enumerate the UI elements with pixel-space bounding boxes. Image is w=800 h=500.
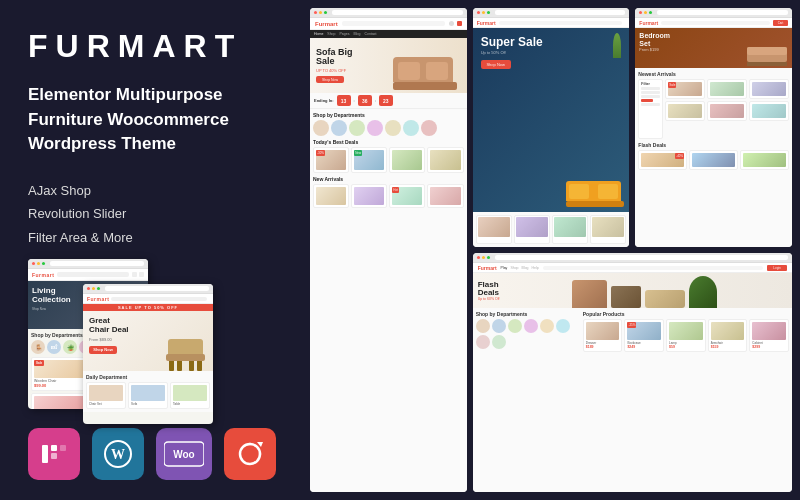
pp-img-5 <box>752 322 786 340</box>
nav-shop: Shop <box>327 32 335 36</box>
dept-section-title: Shop by Departments <box>313 112 464 118</box>
living-text: LivingCollection Shop Now <box>32 287 71 311</box>
dwc-2 <box>492 319 506 333</box>
dept-items <box>313 120 464 136</box>
chair-hero: GreatChair Deal From $89.00 Shop Now <box>83 311 213 371</box>
sale-product-strip <box>473 212 630 247</box>
super-sale-btn[interactable]: Shop Now <box>481 60 511 69</box>
shop-now-btn[interactable]: Shop Now <box>89 346 117 354</box>
mini-cart-icons <box>132 272 144 277</box>
dept-c2 <box>331 120 347 136</box>
dot-yellow-2 <box>92 287 95 290</box>
bd-badge-1: -30% <box>316 150 325 156</box>
svg-text:W: W <box>111 447 125 462</box>
fd-img-3 <box>743 153 786 167</box>
brand-title: FURMART <box>28 28 282 65</box>
svg-text:Woo: Woo <box>173 449 194 460</box>
cp-1: Chair Set <box>86 382 126 409</box>
na-4 <box>427 184 463 208</box>
dot-r-tr <box>639 11 642 14</box>
dept-c7 <box>421 120 437 136</box>
chair-product-grid: Chair Set Sofa Table <box>86 382 210 409</box>
browser-url <box>50 261 144 266</box>
chair-products: Daily Department Chair Set Sofa Table <box>83 371 213 412</box>
sofa-illustration <box>393 57 457 90</box>
prod-mini-3: Side Table $79.00 <box>31 393 87 409</box>
screenshot-super-sale: Furmart Super Sale Up to 50% Off Shop No… <box>473 8 630 247</box>
refresh-badge <box>224 428 276 480</box>
bd-badge-2: New <box>354 150 362 156</box>
sp-2 <box>514 215 550 244</box>
shop-logo: Furmart <box>315 21 338 27</box>
filter-bar-2 <box>641 91 660 94</box>
cp-img-3 <box>173 385 207 401</box>
mini-logo: Furmart <box>32 272 54 278</box>
sale-strip: SALE UP TO 50% OFF <box>83 304 213 311</box>
filter-bar-5 <box>641 103 660 106</box>
pp-price-2: $249 <box>627 345 661 349</box>
colon-1: : <box>354 98 355 103</box>
hero-btn-large[interactable]: Shop Now <box>316 76 344 83</box>
nav-bar: Home Shop Pages Blog Contact <box>310 30 467 38</box>
cp-img-1 <box>89 385 123 401</box>
dwc-1 <box>476 319 490 333</box>
living-sub: Shop Now <box>32 307 71 311</box>
browser-bar <box>28 259 148 269</box>
dwc-4 <box>524 319 538 333</box>
header-actions-bw: Login <box>767 265 787 271</box>
bd-img-4 <box>430 150 460 170</box>
woocommerce-badge: Woo <box>156 428 212 480</box>
hero-content: Sofa BigSale UP TO 40% OFF Shop Now <box>316 48 353 84</box>
days-box: 13 <box>337 95 351 106</box>
super-sale-text: Super Sale Up to 50% Off Shop Now <box>473 28 551 212</box>
browser-url-m <box>495 10 626 15</box>
fd-2 <box>689 150 738 170</box>
living-title: LivingCollection <box>32 287 71 305</box>
pl-4 <box>665 101 705 121</box>
dept-circle-3: 🪴 <box>63 340 77 354</box>
newest-title: Newest Arrivals <box>638 71 789 77</box>
sofa-cushion-l <box>398 62 420 80</box>
cp-img-2 <box>131 385 165 401</box>
shop-layout: Filter Sale <box>638 79 789 139</box>
dot-y-tr <box>644 11 647 14</box>
mini-icon <box>132 272 137 277</box>
sofa-yellow <box>566 181 624 207</box>
bd-4 <box>427 147 463 173</box>
prod-img-3 <box>34 396 84 409</box>
chair-deal-title: GreatChair Deal <box>89 317 149 335</box>
new-arrivals-grid: Hot <box>313 184 464 208</box>
wordpress-icon: W <box>102 438 134 470</box>
shop-sections: Shop by Departments Today's Best Deals -… <box>310 109 467 492</box>
na-2 <box>351 184 387 208</box>
pl-img-6 <box>752 104 786 118</box>
countdown-bar: Ending In: 13 : 36 : 23 <box>310 93 467 109</box>
cart-btn[interactable]: Cart <box>773 20 788 26</box>
plant-wide <box>689 276 717 308</box>
new-arrivals-title: New Arrivals <box>313 176 464 182</box>
login-btn-bw[interactable]: Login <box>767 265 787 271</box>
browser-url-l <box>332 10 463 15</box>
cp-3: Table <box>170 382 210 409</box>
browser-url-2 <box>105 286 209 291</box>
shop-now-text: Shop Now <box>93 347 113 352</box>
sofa-y-c2 <box>598 184 618 199</box>
pl-1: Sale <box>665 79 705 99</box>
tr-hero: BedroomSet From $199 <box>635 28 792 68</box>
dept-wide-circles <box>476 319 579 349</box>
prod-mini-1: Wooden Chair $99.00 Sale <box>31 357 87 391</box>
hours-box: 36 <box>358 95 372 106</box>
sidebar-filter: Filter <box>638 79 663 139</box>
dept-circle-1: 🪑 <box>31 340 45 354</box>
elementor-badge <box>28 428 80 480</box>
dept-c4 <box>367 120 383 136</box>
pp-price-1: $189 <box>586 345 620 349</box>
pl-img-2 <box>710 82 744 96</box>
hero-slider: Sofa BigSale UP TO 40% OFF Shop Now <box>310 38 467 93</box>
hours-num: 36 <box>362 98 368 104</box>
sale-badge-1: Sale <box>34 360 44 366</box>
filter-bar-4 <box>641 99 652 102</box>
dwc-5 <box>540 319 554 333</box>
pp-2: -25% Bookcase $249 <box>624 319 664 352</box>
filter-bar-1 <box>641 87 660 90</box>
